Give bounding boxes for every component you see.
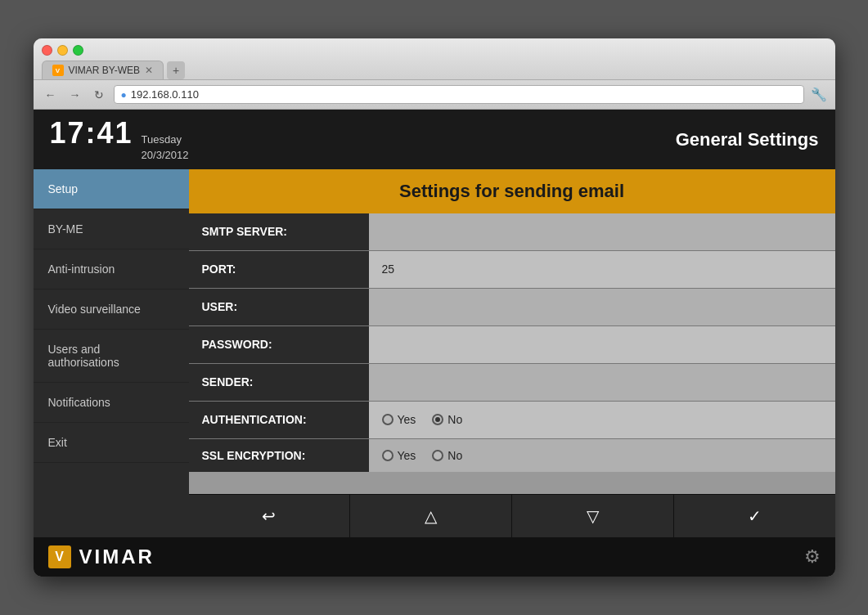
page-title: General Settings: [676, 129, 819, 150]
browser-controls: [42, 45, 827, 56]
ssl-yes-radio[interactable]: Yes: [382, 449, 416, 462]
footer-gear-icon[interactable]: ⚙: [804, 546, 821, 568]
ssl-radio-group: Yes No: [382, 449, 463, 462]
sidebar-item-anti-intrusion[interactable]: Anti-intrusion: [34, 249, 189, 290]
form-row-authentication: AUTHENTICATION: Yes No: [189, 402, 835, 439]
authentication-label: AUTHENTICATION:: [189, 402, 369, 438]
auth-yes-radio[interactable]: Yes: [382, 413, 416, 426]
clock-area: 17:41 Tuesday 20/3/2012: [50, 116, 189, 162]
minimize-button[interactable]: [57, 45, 68, 56]
ssl-no-dot[interactable]: [432, 450, 443, 461]
ssl-value: Yes No: [369, 439, 835, 472]
browser-titlebar: V VIMAR BY-WEB ✕ +: [34, 38, 835, 80]
reload-button[interactable]: ↻: [91, 87, 107, 103]
port-label: PORT:: [189, 251, 369, 288]
ssl-label: SSL ENCRYPTION:: [189, 439, 369, 472]
bottom-toolbar: ↩ △ ▽ ✓: [189, 494, 835, 537]
down-toolbar-button[interactable]: ▽: [512, 495, 674, 537]
clock-date: Tuesday 20/3/2012: [142, 132, 189, 162]
tab-close-button[interactable]: ✕: [145, 65, 153, 76]
app-footer: V VIMAR ⚙: [34, 537, 835, 577]
sidebar-item-video-surveillance[interactable]: Video surveillance: [34, 290, 189, 330]
vimar-v-icon: V: [48, 545, 71, 568]
vimar-brand-text: VIMAR: [79, 545, 155, 568]
close-button[interactable]: [42, 45, 52, 56]
auth-no-radio[interactable]: No: [432, 413, 462, 426]
clock-time: 17:41: [50, 116, 133, 150]
address-bar: ← → ↻ ● 192.168.0.110 🔧: [34, 80, 835, 110]
back-nav-button[interactable]: ←: [42, 87, 60, 103]
authentication-radio-group: Yes No: [382, 413, 463, 426]
sidebar-item-exit[interactable]: Exit: [34, 423, 189, 463]
content-header: Settings for sending email: [189, 169, 835, 213]
password-label: PASSWORD:: [189, 326, 369, 363]
tab-favicon: V: [52, 65, 64, 76]
smtp-server-label: SMTP SERVER:: [189, 213, 369, 250]
new-tab-button[interactable]: +: [167, 61, 185, 79]
ssl-no-radio[interactable]: No: [432, 449, 462, 462]
user-label: USER:: [189, 289, 369, 325]
password-value[interactable]: [369, 326, 835, 363]
address-text: 192.168.0.110: [131, 88, 797, 101]
form-row-sender: SENDER:: [189, 364, 835, 402]
form-row-password: PASSWORD:: [189, 326, 835, 364]
form-container: SMTP SERVER: PORT: 25 USER:: [189, 213, 835, 494]
tab-bar: V VIMAR BY-WEB ✕ +: [42, 61, 827, 79]
authentication-value: Yes No: [369, 402, 835, 438]
address-input[interactable]: ● 192.168.0.110: [114, 85, 804, 104]
browser-tab[interactable]: V VIMAR BY-WEB ✕: [42, 61, 164, 79]
auth-no-dot[interactable]: [432, 414, 443, 425]
forward-nav-button[interactable]: →: [66, 87, 84, 103]
sidebar-item-by-me[interactable]: BY-ME: [34, 209, 189, 249]
form-row-ssl: SSL ENCRYPTION: Yes No: [189, 439, 835, 472]
ssl-yes-dot[interactable]: [382, 450, 394, 461]
form-row-smtp: SMTP SERVER:: [189, 213, 835, 251]
sidebar-item-setup[interactable]: Setup: [34, 169, 189, 209]
sender-value[interactable]: [369, 364, 835, 401]
sender-label: SENDER:: [189, 364, 369, 401]
form-row-user: USER:: [189, 289, 835, 326]
user-value[interactable]: [369, 289, 835, 325]
back-toolbar-button[interactable]: ↩: [189, 495, 351, 537]
tab-label: VIMAR BY-WEB: [69, 65, 141, 76]
browser-window: V VIMAR BY-WEB ✕ + ← → ↻ ● 192.168.0.110…: [34, 38, 835, 576]
sidebar: Setup BY-ME Anti-intrusion Video surveil…: [34, 169, 189, 537]
sidebar-item-notifications[interactable]: Notifications: [34, 383, 189, 423]
confirm-toolbar-button[interactable]: ✓: [674, 495, 835, 537]
app-body: Setup BY-ME Anti-intrusion Video surveil…: [34, 169, 835, 537]
auth-yes-dot[interactable]: [382, 414, 394, 425]
vimar-logo: V VIMAR: [48, 545, 155, 568]
smtp-server-value[interactable]: [369, 213, 835, 250]
content-area: Settings for sending email SMTP SERVER: …: [189, 169, 835, 537]
maximize-button[interactable]: [73, 45, 83, 56]
sidebar-item-users[interactable]: Users and authorisations: [34, 330, 189, 383]
port-value[interactable]: 25: [369, 251, 835, 288]
app-topbar: 17:41 Tuesday 20/3/2012 General Settings: [34, 110, 835, 168]
up-toolbar-button[interactable]: △: [350, 495, 512, 537]
form-row-port: PORT: 25: [189, 251, 835, 289]
app-container: 17:41 Tuesday 20/3/2012 General Settings…: [34, 110, 835, 576]
settings-wrench-icon[interactable]: 🔧: [811, 87, 827, 102]
